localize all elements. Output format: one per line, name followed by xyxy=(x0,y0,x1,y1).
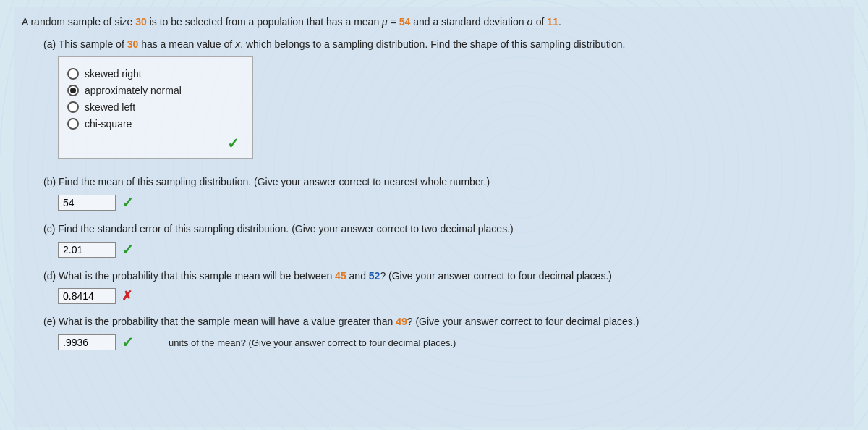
option-label-chi-square: chi-square xyxy=(85,118,132,130)
part-b-input[interactable] xyxy=(58,195,116,211)
option-approx-normal[interactable]: approximately normal xyxy=(67,85,244,96)
options-box: skewed right approximately normal skewed… xyxy=(58,56,253,159)
radio-skewed-left[interactable] xyxy=(67,101,79,113)
part-e-label: (e) What is the probability that the sam… xyxy=(43,314,846,329)
part-d-input[interactable] xyxy=(58,288,116,304)
part-b-answer-row: ✓ xyxy=(58,194,846,211)
option-label-approx-normal: approximately normal xyxy=(85,85,182,96)
part-b-check-icon: ✓ xyxy=(122,194,134,211)
part-d-cross-icon: ✗ xyxy=(122,288,132,304)
part-d-label: (d) What is the probability that this sa… xyxy=(43,269,846,284)
part-c-input[interactable] xyxy=(58,242,116,258)
part-c-label: (c) Find the standard error of this samp… xyxy=(43,222,846,237)
part-a-label: (a) This sample of 30 has a mean value o… xyxy=(43,37,846,52)
sample-size: 30 xyxy=(135,16,147,28)
radio-approx-normal[interactable] xyxy=(67,85,79,96)
option-label-skewed-right: skewed right xyxy=(85,68,142,80)
part-c-check-icon: ✓ xyxy=(122,241,134,258)
option-skewed-left[interactable]: skewed left xyxy=(67,101,244,113)
mean-value: 54 xyxy=(399,16,411,28)
problem-statement: A random sample of size 30 is to be sele… xyxy=(22,14,846,30)
part-b-label: (b) Find the mean of this sampling distr… xyxy=(43,174,846,190)
part-e-input[interactable] xyxy=(58,334,116,350)
radio-inner-approx-normal xyxy=(70,88,76,93)
option-chi-square[interactable]: chi-square xyxy=(67,118,244,130)
part-d-answer-row: ✗ xyxy=(58,288,846,304)
part-f-partial-label: units of the mean? (Give your answer cor… xyxy=(169,337,456,348)
radio-skewed-right[interactable] xyxy=(67,68,79,80)
option-label-skewed-left: skewed left xyxy=(85,101,135,113)
option-skewed-right[interactable]: skewed right xyxy=(67,68,244,80)
part-e-check-icon: ✓ xyxy=(122,334,134,351)
part-a-check-icon: ✓ xyxy=(227,135,239,152)
part-e-answer-row: ✓ units of the mean? (Give your answer c… xyxy=(58,334,846,351)
radio-chi-square[interactable] xyxy=(67,118,79,130)
part-a-check-area: ✓ xyxy=(67,135,244,152)
page-container: A random sample of size 30 is to be sele… xyxy=(14,7,854,427)
stddev-value: 11 xyxy=(547,16,558,28)
part-c-answer-row: ✓ xyxy=(58,241,846,258)
